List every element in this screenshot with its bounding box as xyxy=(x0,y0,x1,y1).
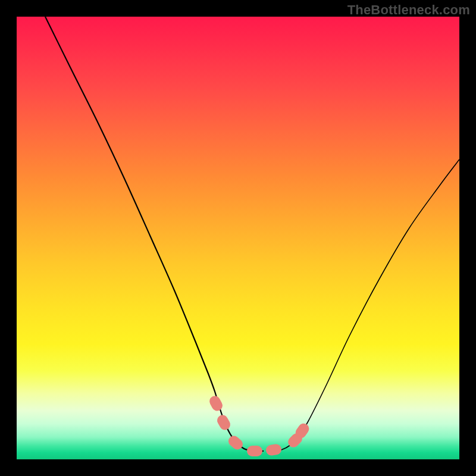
right-curve xyxy=(273,159,459,451)
watermark-label: TheBottleneck.com xyxy=(347,2,470,18)
chart-svg xyxy=(17,17,459,459)
marker xyxy=(208,394,224,412)
marker xyxy=(265,443,282,456)
marker xyxy=(226,434,245,452)
plot-area xyxy=(17,17,459,459)
bottom-markers-group xyxy=(208,394,311,456)
marker xyxy=(215,413,233,432)
marker xyxy=(247,446,262,456)
left-curve xyxy=(45,17,264,451)
outer-frame: TheBottleneck.com xyxy=(0,0,476,476)
